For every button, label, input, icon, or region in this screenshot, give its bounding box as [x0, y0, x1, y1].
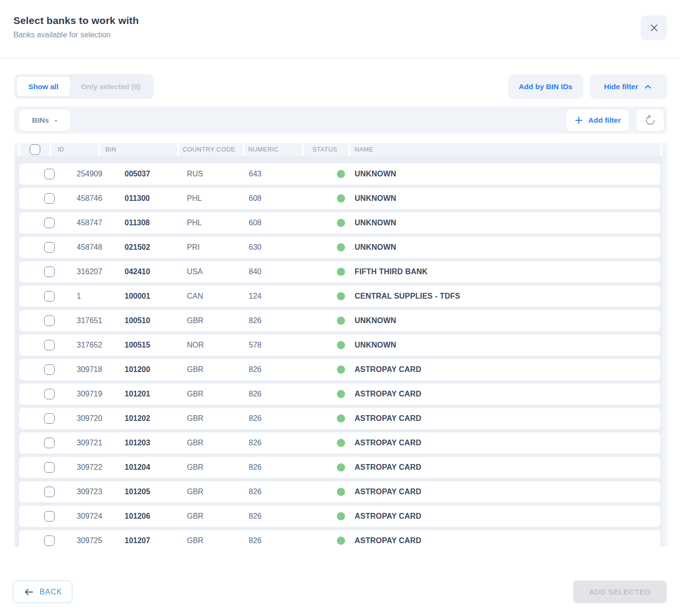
row-checkbox[interactable] — [44, 535, 55, 546]
cell-bin: 100001 — [125, 292, 150, 301]
cell-name: UNKNOWN — [355, 316, 396, 325]
row-checkbox[interactable] — [44, 462, 55, 473]
column-header-status: STATUS — [304, 143, 348, 156]
cell-bin: 011300 — [125, 194, 150, 203]
add-filter-button[interactable]: Add filter — [566, 109, 629, 131]
cell-numeric: 643 — [249, 170, 262, 178]
table-row[interactable]: 458748 021502 PRI 630 UNKNOWN — [19, 237, 660, 258]
cell-id: 309720 — [77, 414, 102, 423]
table-row[interactable]: 317651 100510 GBR 826 UNKNOWN — [19, 310, 660, 331]
cell-id: 309719 — [77, 390, 102, 398]
cell-name: ASTROPAY CARD — [355, 390, 421, 398]
cell-country-code: USA — [187, 267, 203, 276]
status-dot-icon — [337, 219, 345, 227]
table-row[interactable]: 317652 100515 NOR 578 UNKNOWN — [19, 335, 660, 356]
cell-country-code: GBR — [187, 390, 204, 398]
cell-name: ASTROPAY CARD — [355, 463, 421, 472]
row-checkbox[interactable] — [44, 340, 55, 350]
hide-filter-button[interactable]: Hide filter — [589, 74, 667, 99]
cell-country-code: PRI — [187, 243, 200, 252]
cell-country-code: GBR — [187, 316, 204, 325]
status-dot-icon — [337, 512, 345, 521]
reset-filters-button[interactable] — [637, 109, 664, 131]
row-checkbox[interactable] — [44, 267, 55, 277]
row-checkbox[interactable] — [44, 511, 55, 522]
cell-bin: 101204 — [125, 463, 150, 472]
table-row[interactable]: 316207 042410 USA 840 FIFTH THIRD BANK — [19, 261, 660, 282]
column-header-numeric: NUMERIC — [244, 143, 302, 156]
table-row[interactable]: 309718 101200 GBR 826 ASTROPAY CARD — [19, 359, 660, 380]
table-row[interactable]: 309725 101207 GBR 826 ASTROPAY CARD — [19, 530, 660, 546]
table-row[interactable]: 309723 101205 GBR 826 ASTROPAY CARD — [19, 481, 660, 502]
cell-bin: 101203 — [125, 439, 150, 447]
cell-bin: 101205 — [125, 488, 150, 496]
table-row[interactable]: 458747 011308 PHL 608 UNKNOWN — [19, 212, 660, 233]
table-row[interactable]: 309719 101201 GBR 826 ASTROPAY CARD — [19, 384, 660, 405]
table-row[interactable]: 309722 101204 GBR 826 ASTROPAY CARD — [19, 457, 660, 478]
cell-name: UNKNOWN — [355, 170, 396, 178]
bins-filter-chip[interactable]: BINs - — [19, 109, 70, 131]
cell-bin: 101201 — [125, 390, 150, 398]
row-checkbox[interactable] — [44, 242, 55, 253]
table-header: ID BIN COUNTRY CODE NUMERIC STATUS NAME — [14, 143, 667, 156]
status-dot-icon — [337, 292, 345, 301]
cell-id: 254909 — [77, 170, 102, 178]
row-checkbox[interactable] — [44, 218, 55, 228]
row-checkbox[interactable] — [44, 413, 55, 424]
cell-numeric: 826 — [249, 488, 262, 496]
cell-numeric: 826 — [249, 512, 262, 521]
cell-country-code: GBR — [187, 536, 204, 545]
select-all-checkbox[interactable] — [30, 144, 40, 155]
cell-id: 317652 — [77, 341, 102, 349]
table-row[interactable]: 458746 011300 PHL 608 UNKNOWN — [19, 188, 660, 209]
cell-name: ASTROPAY CARD — [355, 414, 421, 423]
view-tabs: Show all Only selected (0) — [14, 74, 154, 99]
cell-id: 1 — [77, 292, 81, 301]
row-checkbox[interactable] — [44, 169, 55, 179]
cell-id: 309724 — [77, 512, 102, 521]
cell-name: ASTROPAY CARD — [355, 488, 421, 496]
row-checkbox[interactable] — [44, 389, 55, 399]
cell-bin: 042410 — [125, 267, 150, 276]
cell-id: 309723 — [77, 488, 102, 496]
tab-show-all[interactable]: Show all — [17, 77, 70, 96]
close-button[interactable] — [641, 15, 667, 40]
table-row[interactable]: 309720 101202 GBR 826 ASTROPAY CARD — [19, 408, 660, 429]
cell-name: UNKNOWN — [355, 194, 396, 203]
status-dot-icon — [337, 317, 345, 325]
row-checkbox[interactable] — [44, 364, 55, 375]
cell-id: 309722 — [77, 463, 102, 472]
status-dot-icon — [337, 341, 345, 349]
cell-country-code: CAN — [187, 292, 203, 301]
add-by-bin-ids-button[interactable]: Add by BIN IDs — [508, 74, 583, 99]
row-checkbox[interactable] — [44, 193, 55, 204]
cell-numeric: 826 — [249, 316, 262, 325]
table-row[interactable]: 309721 101203 GBR 826 ASTROPAY CARD — [19, 432, 660, 453]
status-dot-icon — [337, 268, 345, 276]
cell-numeric: 826 — [249, 536, 262, 545]
table-row[interactable]: 309724 101206 GBR 826 ASTROPAY CARD — [19, 506, 660, 527]
hide-filter-label: Hide filter — [604, 82, 638, 91]
cell-numeric: 826 — [249, 365, 262, 374]
table-row[interactable]: 254909 005037 RUS 643 UNKNOWN — [19, 163, 660, 185]
status-dot-icon — [337, 170, 345, 178]
row-checkbox[interactable] — [44, 487, 55, 497]
cell-numeric: 578 — [249, 341, 262, 349]
row-checkbox[interactable] — [44, 438, 55, 448]
cell-numeric: 826 — [249, 414, 262, 423]
vertical-scrollbar[interactable] — [662, 158, 667, 546]
add-selected-button[interactable]: ADD SELECTED — [573, 581, 667, 603]
cell-name: UNKNOWN — [355, 243, 396, 252]
cell-country-code: PHL — [187, 219, 202, 227]
back-button[interactable]: BACK — [13, 581, 72, 603]
row-checkbox[interactable] — [44, 315, 55, 326]
header-gutter — [14, 143, 18, 156]
close-icon — [649, 23, 659, 33]
bins-filter-label: BINs — [32, 116, 49, 125]
table-row[interactable]: 1 100001 CAN 124 CENTRAL SUPPLIES - TDFS — [19, 286, 660, 307]
status-dot-icon — [337, 537, 345, 545]
tab-only-selected[interactable]: Only selected (0) — [70, 77, 151, 96]
cell-country-code: NOR — [187, 341, 204, 349]
select-banks-modal: Select banks to work with Banks availabl… — [0, 0, 680, 616]
row-checkbox[interactable] — [44, 291, 55, 302]
